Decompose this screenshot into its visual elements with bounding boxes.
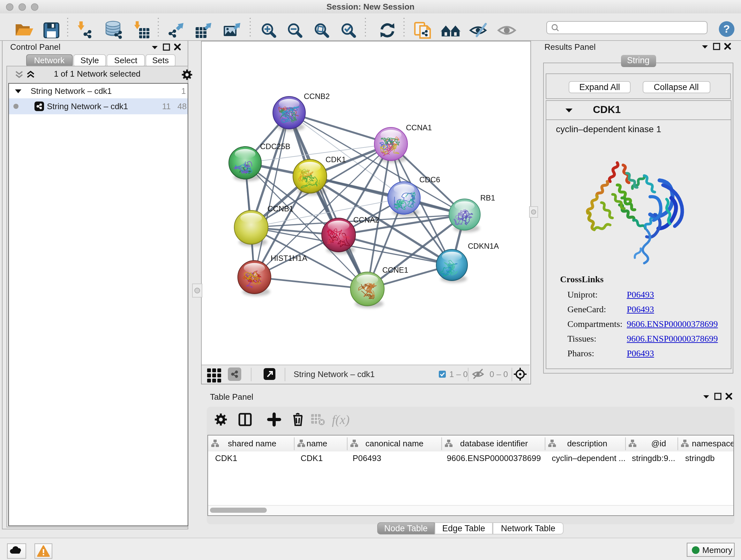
svg-text:0 – 0: 0 – 0 (489, 369, 508, 379)
svg-text:RB1: RB1 (480, 193, 495, 202)
svg-text:String Network – cdk1: String Network – cdk1 (293, 369, 375, 379)
svg-text:CDKN1A: CDKN1A (468, 241, 499, 250)
svg-text:CDC6: CDC6 (419, 175, 440, 184)
svg-text:database identifier: database identifier (460, 438, 528, 448)
svg-text:?: ? (724, 22, 730, 35)
svg-text:CCNE1: CCNE1 (382, 265, 408, 274)
svg-text:1 – 0: 1 – 0 (449, 369, 468, 379)
svg-text:@id: @id (651, 438, 666, 448)
svg-text:CCNB2: CCNB2 (304, 91, 330, 100)
svg-text:CDK1: CDK1 (326, 155, 346, 164)
svg-text:CCNB1: CCNB1 (267, 204, 293, 212)
svg-text:f(x): f(x) (332, 412, 349, 427)
svg-text:description: description (567, 438, 607, 448)
svg-text:HIST1H1A: HIST1H1A (271, 253, 307, 262)
svg-text:canonical name: canonical name (365, 438, 423, 448)
svg-text:CDC25B: CDC25B (260, 142, 290, 150)
svg-text:CCNA1: CCNA1 (406, 123, 432, 132)
svg-text:CCNA2: CCNA2 (353, 215, 379, 224)
svg-text:name: name (307, 438, 327, 448)
svg-text:namespace: namespace (692, 438, 733, 448)
svg-text:shared name: shared name (228, 438, 276, 448)
